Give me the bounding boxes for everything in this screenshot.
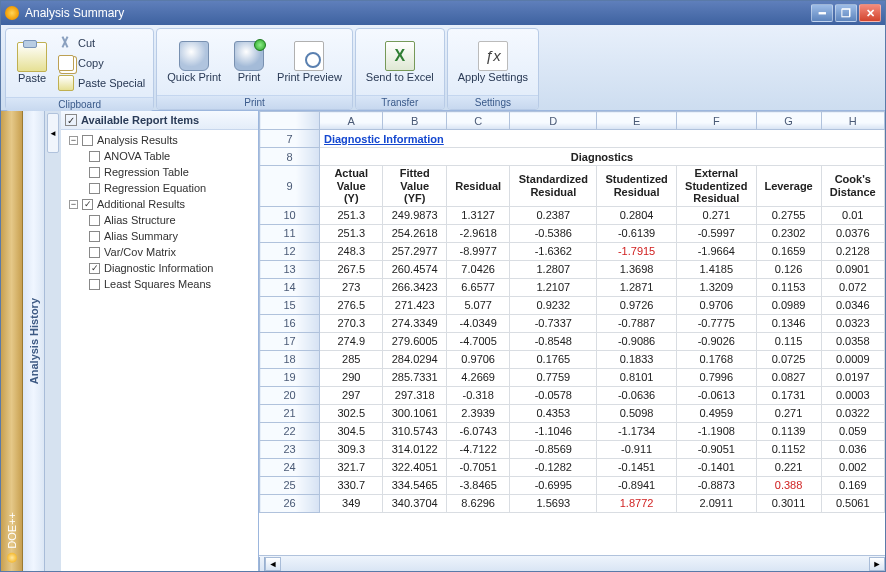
col-header[interactable]: B	[383, 112, 446, 130]
data-cell[interactable]: 0.2302	[756, 224, 821, 242]
data-cell[interactable]: 266.3423	[383, 278, 446, 296]
data-cell[interactable]: 4.2669	[446, 368, 509, 386]
data-cell[interactable]: 274.9	[320, 332, 383, 350]
send-to-excel-button[interactable]: X Send to Excel	[360, 31, 440, 93]
tree-item[interactable]: Var/Cov Matrix	[61, 244, 258, 260]
data-cell[interactable]: 248.3	[320, 242, 383, 260]
horizontal-scrollbar[interactable]: ◄ ►	[259, 555, 885, 571]
data-cell[interactable]: 273	[320, 278, 383, 296]
col-header[interactable]: A	[320, 112, 383, 130]
row-header[interactable]: 26	[260, 494, 320, 512]
data-cell[interactable]: 0.9232	[510, 296, 597, 314]
data-cell[interactable]: 0.2128	[821, 242, 885, 260]
data-cell[interactable]: -4.7005	[446, 332, 509, 350]
data-cell[interactable]: 314.0122	[383, 440, 446, 458]
data-cell[interactable]: -0.7775	[676, 314, 756, 332]
data-cell[interactable]: -0.0636	[597, 386, 677, 404]
tree-item[interactable]: ANOVA Table	[61, 148, 258, 164]
data-cell[interactable]: 0.7759	[510, 368, 597, 386]
data-cell[interactable]: 0.1659	[756, 242, 821, 260]
analysis-history-tab[interactable]: Analysis History	[23, 111, 45, 571]
data-cell[interactable]: 290	[320, 368, 383, 386]
tree-group[interactable]: −Additional Results	[61, 196, 258, 212]
data-cell[interactable]: 334.5465	[383, 476, 446, 494]
data-cell[interactable]: 276.5	[320, 296, 383, 314]
data-cell[interactable]: 0.3011	[756, 494, 821, 512]
data-cell[interactable]: 1.2871	[597, 278, 677, 296]
data-cell[interactable]: -0.9026	[676, 332, 756, 350]
data-cell[interactable]: 0.9706	[676, 296, 756, 314]
data-cell[interactable]: -0.7337	[510, 314, 597, 332]
data-cell[interactable]: 0.8101	[597, 368, 677, 386]
collapse-icon[interactable]: −	[69, 136, 78, 145]
data-cell[interactable]: 0.115	[756, 332, 821, 350]
data-cell[interactable]: -0.9086	[597, 332, 677, 350]
data-cell[interactable]: 0.1153	[756, 278, 821, 296]
brand-side-tab[interactable]: DOE++	[1, 111, 23, 571]
col-header[interactable]: F	[676, 112, 756, 130]
data-cell[interactable]: 1.5693	[510, 494, 597, 512]
data-cell[interactable]: 260.4574	[383, 260, 446, 278]
item-checkbox[interactable]	[89, 263, 100, 274]
data-cell[interactable]: 285.7331	[383, 368, 446, 386]
data-cell[interactable]: 0.1833	[597, 350, 677, 368]
data-cell[interactable]: 302.5	[320, 404, 383, 422]
data-cell[interactable]: -6.0743	[446, 422, 509, 440]
data-cell[interactable]: 0.059	[821, 422, 885, 440]
data-cell[interactable]: -0.7051	[446, 458, 509, 476]
data-cell[interactable]: -1.1734	[597, 422, 677, 440]
col-header[interactable]: E	[597, 112, 677, 130]
data-cell[interactable]: 0.5061	[821, 494, 885, 512]
maximize-button[interactable]: ❐	[835, 4, 857, 22]
apply-settings-button[interactable]: ƒx Apply Settings	[452, 31, 534, 93]
tree-group[interactable]: −Analysis Results	[61, 132, 258, 148]
data-cell[interactable]: 267.5	[320, 260, 383, 278]
data-cell[interactable]: -1.1046	[510, 422, 597, 440]
data-cell[interactable]: -0.8873	[676, 476, 756, 494]
data-cell[interactable]: 0.01	[821, 206, 885, 224]
data-cell[interactable]: 0.2755	[756, 206, 821, 224]
paste-special-button[interactable]: Paste Special	[54, 73, 149, 93]
data-cell[interactable]: -0.1451	[597, 458, 677, 476]
row-header[interactable]: 11	[260, 224, 320, 242]
data-cell[interactable]: 310.5743	[383, 422, 446, 440]
data-cell[interactable]: -8.9977	[446, 242, 509, 260]
data-cell[interactable]: 271.423	[383, 296, 446, 314]
quick-print-button[interactable]: Quick Print	[161, 31, 227, 93]
data-cell[interactable]: 304.5	[320, 422, 383, 440]
data-cell[interactable]: 6.6577	[446, 278, 509, 296]
data-cell[interactable]: 0.2804	[597, 206, 677, 224]
data-cell[interactable]: 1.2107	[510, 278, 597, 296]
data-cell[interactable]: 321.7	[320, 458, 383, 476]
data-cell[interactable]: 270.3	[320, 314, 383, 332]
data-cell[interactable]: 0.0827	[756, 368, 821, 386]
sheet-scroll[interactable]: ABCDEFGH7Diagnostic Information8Diagnost…	[259, 111, 885, 555]
data-cell[interactable]: 0.002	[821, 458, 885, 476]
data-cell[interactable]: 2.0911	[676, 494, 756, 512]
data-cell[interactable]: 0.0346	[821, 296, 885, 314]
corner-cell[interactable]	[260, 112, 320, 130]
scroll-left-button[interactable]: ◄	[265, 557, 281, 571]
col-header[interactable]: H	[821, 112, 885, 130]
data-cell[interactable]: 0.1768	[676, 350, 756, 368]
data-cell[interactable]: 0.2387	[510, 206, 597, 224]
data-cell[interactable]: 0.7996	[676, 368, 756, 386]
row-header[interactable]: 21	[260, 404, 320, 422]
data-cell[interactable]: 2.3939	[446, 404, 509, 422]
tree-item[interactable]: Least Squares Means	[61, 276, 258, 292]
print-preview-button[interactable]: Print Preview	[271, 31, 348, 93]
row-header[interactable]: 8	[260, 148, 320, 166]
data-cell[interactable]: 0.4353	[510, 404, 597, 422]
data-cell[interactable]: 5.077	[446, 296, 509, 314]
collapse-tree-button[interactable]: ◄	[47, 113, 59, 153]
item-checkbox[interactable]	[89, 279, 100, 290]
group-checkbox[interactable]	[82, 135, 93, 146]
item-checkbox[interactable]	[89, 151, 100, 162]
scroll-right-button[interactable]: ►	[869, 557, 885, 571]
row-header[interactable]: 14	[260, 278, 320, 296]
data-cell[interactable]: 309.3	[320, 440, 383, 458]
data-cell[interactable]: -0.5997	[676, 224, 756, 242]
row-header[interactable]: 20	[260, 386, 320, 404]
row-header[interactable]: 12	[260, 242, 320, 260]
data-cell[interactable]: 0.1731	[756, 386, 821, 404]
